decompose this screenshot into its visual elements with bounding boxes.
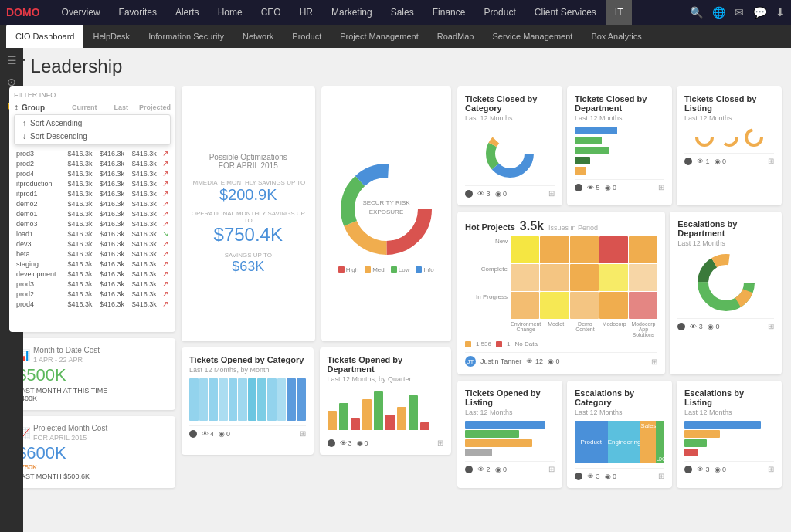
svg-point-20 (712, 269, 740, 296)
filter-table-row: beta $416.3k $416.3k $416.3k ↗ (14, 249, 171, 259)
tickets-opened-category-card: Tickets Opened by Category Last 12 Month… (182, 347, 314, 455)
optim-operational-value: $750.4K (191, 224, 306, 246)
row-projected: $416.3k (127, 158, 159, 168)
nav-overview[interactable]: Overview (53, 0, 110, 25)
row-current: $416.3k (63, 208, 95, 219)
row-name: load1 (14, 229, 63, 239)
row-projected: $416.3k (127, 269, 159, 279)
tickets-cat-chart (189, 378, 306, 421)
hot-projects-treemap: New C (465, 236, 657, 337)
row-current: $416.3k (63, 198, 95, 208)
nav-it[interactable]: IT (606, 0, 633, 25)
row-projected: $416.3k (127, 148, 159, 158)
row-trend: ↗ (159, 148, 171, 158)
metric2-value: $600K (17, 443, 168, 463)
sort-asc-icon: ↑ (22, 119, 26, 127)
row-current: $416.3k (63, 289, 95, 299)
tickets-listing-footer: 👁 1 ◉ 0 ⊞ (684, 153, 774, 165)
footer-username: Justin Tanner (480, 357, 521, 365)
sec-nav-cio[interactable]: CIO Dashboard (6, 25, 83, 48)
row-last: $416.3k (95, 239, 127, 249)
escal-cat-chart: Product Engineering Sales UX (575, 421, 664, 463)
nav-alerts[interactable]: Alerts (166, 0, 209, 25)
filter-table-row: prod4 $416.3k $416.3k $416.3k ↗ (14, 299, 171, 309)
sec-nav-network[interactable]: Network (233, 25, 283, 48)
download-icon[interactable]: ⬇ (776, 6, 785, 19)
listing-rings (684, 127, 774, 148)
metric2-target: $750K (17, 463, 168, 471)
row-current: $416.3k (63, 299, 95, 309)
globe-icon[interactable]: 🌐 (712, 6, 725, 19)
grid-icon[interactable]: ⊞ (300, 429, 306, 438)
escalations-listing-card: Escalations by Listing Last 12 Months 👁 (677, 381, 782, 488)
sort-asc-item[interactable]: ↑ Sort Ascending (15, 117, 170, 130)
row-current: $416.3k (63, 259, 95, 269)
row-current: $416.3k (63, 269, 95, 279)
row-projected: $416.3k (127, 168, 159, 178)
metric1-last: LAST MONTH AT THIS TIME $400K (17, 387, 168, 402)
tickets-cat-footer: 👁 4 ◉ 0 ⊞ (189, 425, 306, 438)
filter-table-row: demo1 $416.3k $416.3k $416.3k ↗ (14, 208, 171, 219)
row-name: prod3 (14, 279, 63, 289)
nav-client-services[interactable]: Client Services (525, 0, 606, 25)
sec-nav-product[interactable]: Product (283, 25, 331, 48)
row-projected: $416.3k (127, 208, 159, 219)
sec-nav-box-analytics[interactable]: Box Analytics (582, 25, 650, 48)
tickets-dept-chart (328, 388, 444, 430)
row-trend: ↗ (159, 219, 171, 229)
escalations-by-dept-card: Escalations by Department Last 12 Months (670, 212, 782, 374)
nav-marketing[interactable]: Marketing (322, 0, 382, 25)
filter-table-row: prod3 $416.3k $416.3k $416.3k ↗ (14, 148, 171, 158)
chat-icon[interactable]: 💬 (753, 6, 766, 19)
row-name: prod2 (14, 289, 63, 299)
nav-sales[interactable]: Sales (382, 0, 423, 25)
row-trend: ↗ (159, 188, 171, 198)
sec-nav-project-mgmt[interactable]: Project Management (331, 25, 428, 48)
row-name: staging (14, 259, 63, 269)
nav-ceo[interactable]: CEO (252, 0, 290, 25)
row-last: $416.3k (95, 158, 127, 168)
tickets-by-dept-card: Tickets Closed by Department Last 12 Mon… (567, 86, 672, 205)
nav-hr[interactable]: HR (290, 0, 322, 25)
nav-home[interactable]: Home (209, 0, 252, 25)
search-icon[interactable]: 🔍 (690, 6, 703, 19)
row-name: prod3 (14, 148, 63, 158)
nav-favorites[interactable]: Favorites (110, 0, 166, 25)
sort-desc-item[interactable]: ↓ Sort Descending (15, 130, 170, 143)
row-trend: ↗ (159, 299, 171, 309)
metric2-sublabel: FOR APRIL 2015 (33, 434, 107, 442)
row-current: $416.3k (63, 229, 95, 239)
row-current: $416.3k (63, 158, 95, 168)
menu-icon[interactable]: ☰ (7, 54, 17, 66)
row-projected: $416.3k (127, 229, 159, 239)
sec-nav-service-mgmt[interactable]: Service Management (483, 25, 582, 48)
sec-nav-infosec[interactable]: Information Security (139, 25, 233, 48)
mail-icon[interactable]: ✉ (735, 6, 744, 19)
svg-text:SECURITY RISK: SECURITY RISK (362, 199, 410, 206)
sec-nav-roadmap[interactable]: RoadMap (428, 25, 484, 48)
gauge-legend: High Med Low Info (338, 266, 434, 273)
row-trend: ↗ (159, 158, 171, 168)
row-last: $416.3k (95, 279, 127, 289)
row-last: $416.3k (95, 289, 127, 299)
row-last: $416.3k (95, 229, 127, 239)
row-last: $416.3k (95, 198, 127, 208)
row-projected: $416.3k (127, 188, 159, 198)
tickets-dept-hbar (575, 127, 664, 175)
row-name: demo2 (14, 198, 63, 208)
sec-nav-helpdesk[interactable]: HelpDesk (83, 25, 139, 48)
row-current: $416.3k (63, 249, 95, 259)
row-trend: ↘ (159, 229, 171, 239)
row-trend: ↗ (159, 259, 171, 269)
filter-label: FILTER INFO (14, 91, 171, 99)
page-title: IT Leadership (9, 56, 782, 77)
row-last: $416.3k (95, 269, 127, 279)
nav-finance[interactable]: Finance (423, 0, 475, 25)
nav-product[interactable]: Product (474, 0, 525, 25)
metric1-sublabel: 1 APR - 22 APR (33, 356, 100, 364)
row-trend: ↗ (159, 178, 171, 188)
tickets-dept-card-footer: 👁 5 ◉ 0 ⊞ (575, 179, 664, 191)
tickets-opened-listing-card: Tickets Opened by Listing Last 12 Months (457, 381, 562, 488)
escalations-category-card: Escalations by Category Last 12 Months P… (567, 381, 672, 488)
metric1-value: $500K (17, 365, 168, 385)
